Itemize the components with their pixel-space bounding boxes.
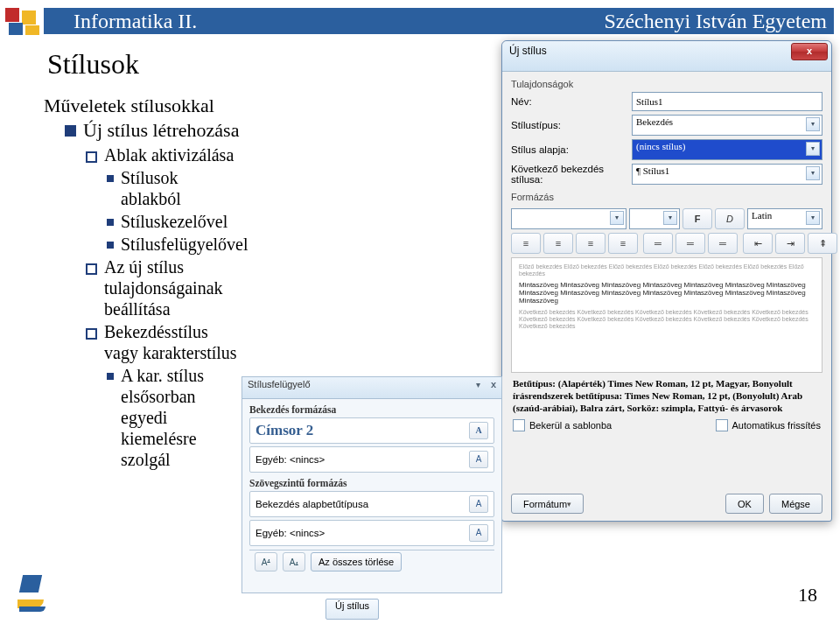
name-label: Név: (511, 96, 632, 107)
clear-all-button[interactable]: Az összes törlése (311, 552, 402, 571)
align-right-button[interactable]: ≡ (576, 233, 606, 254)
bullet-icon (65, 125, 76, 137)
line-spacing-2-button[interactable]: ═ (676, 233, 705, 254)
chevron-down-icon: ▾ (806, 211, 820, 225)
page-title: Stílusok (47, 48, 139, 81)
bullet-icon (86, 151, 97, 163)
chevron-down-icon: ▾ (610, 211, 624, 225)
bullet-icon (107, 242, 114, 249)
close-button[interactable]: x (791, 43, 828, 60)
text-formatting-label: Szövegszintű formázás (249, 478, 494, 488)
name-input[interactable] (632, 92, 822, 111)
character-style-box[interactable]: Bekezdés alapbetűtípusa A (249, 491, 494, 517)
bullet-icon (107, 175, 114, 182)
list-item-label: Stílusok ablakból (121, 167, 241, 209)
list-item: Bekezdésstílus vagy karakterstílus (86, 321, 241, 363)
paragraph-style-box[interactable]: Címsor 2 A (249, 417, 494, 444)
line-spacing-3-button[interactable]: ═ (708, 233, 738, 254)
ok-button[interactable]: OK (725, 494, 764, 514)
character-style-value: Bekezdés alapbetűtípusa (256, 499, 368, 509)
list-item: Új stílus létrehozása (65, 119, 241, 142)
close-icon: x (807, 46, 812, 56)
dialog-titlebar[interactable]: Új stílus x (502, 41, 831, 72)
page-number: 18 (798, 584, 817, 606)
auto-update-label: Automatikus frissítés (732, 420, 821, 431)
indent-increase-button[interactable]: ⇥ (775, 233, 805, 254)
reset-paragraph-other-icon[interactable]: A (469, 451, 488, 468)
list-item-label: Stílusfelügyelővel (121, 234, 248, 255)
sample-main: Mintaszöveg Mintaszöveg Mintaszöveg Mint… (519, 281, 815, 305)
paragraph-other-value: Egyéb: <nincs> (256, 454, 325, 465)
next-style-value: ¶ Stílus1 (636, 165, 669, 176)
cancel-button[interactable]: Mégse (769, 494, 822, 514)
align-left-button[interactable]: ≡ (511, 233, 541, 254)
next-style-label: Következő bekezdés stílusa: (511, 164, 632, 185)
pane-options-button[interactable]: ▾ (476, 380, 480, 389)
toolbar-new-style: Új stílus (326, 599, 379, 620)
bullet-icon (107, 373, 114, 380)
format-menu-button[interactable]: Formátum (511, 494, 584, 514)
paragraph-other-box[interactable]: Egyéb: <nincs> A (249, 446, 494, 473)
list-item: Stílusok ablakból (107, 167, 241, 209)
outline: Műveletek stílusokkal Új stílus létrehoz… (44, 95, 241, 472)
paragraph-formatting-label: Bekezdés formázása (249, 404, 494, 415)
header-decoration (0, 8, 40, 35)
list-item-label: Az új stílus tulajdonságainak beállítása (104, 256, 241, 319)
reset-character-style-icon[interactable]: A (469, 495, 488, 513)
dialog-new-style: Új stílus x Tulajdonságok Név: Stílustíp… (501, 40, 832, 522)
bullet-icon (107, 219, 114, 226)
character-other-box[interactable]: Egyéb: <nincs> A (249, 520, 494, 546)
list-item-label: A kar. stílus elsősorban egyedi kiemelés… (121, 365, 241, 470)
bullet-icon (86, 263, 97, 275)
group-formatting: Formázás (511, 190, 822, 205)
chevron-down-icon: ▾ (806, 142, 820, 156)
based-on-select[interactable]: (nincs stílus) ▾ (632, 139, 822, 160)
script-select[interactable]: Latin ▾ (747, 208, 822, 229)
type-select[interactable]: Bekezdés ▾ (632, 115, 822, 136)
list-item: Ablak aktivizálása (86, 144, 241, 165)
align-center-button[interactable]: ≡ (543, 233, 573, 254)
character-other-value: Egyéb: <nincs> (256, 528, 325, 538)
paragraph-toolbar: ≡ ≡ ≡ ≡ ═ ═ ═ ⇤ ⇥ ⇞ ⇟ (511, 233, 822, 254)
footer-logo (14, 575, 51, 612)
list-item-label: Bekezdésstílus vagy karakterstílus (104, 321, 241, 363)
type-value: Bekezdés (636, 116, 673, 127)
add-to-template-checkbox[interactable]: Bekerül a sablonba (513, 419, 612, 431)
list-item: Stílusfelügyelővel (107, 234, 241, 255)
paragraph-style-value: Címsor 2 (256, 422, 313, 439)
reset-character-other-icon[interactable]: A (469, 524, 488, 542)
next-style-select[interactable]: ¶ Stílus1 ▾ (632, 164, 822, 185)
pane-title-text: Stílusfelügyelő (248, 379, 311, 389)
header-bar: Informatika II. Széchenyi István Egyetem (44, 8, 834, 34)
sample-after: Következő bekezdés Következő bekezdés Kö… (519, 309, 815, 330)
new-style-icon[interactable]: A₄ (283, 552, 305, 571)
sample-before: Előző bekezdés Előző bekezdés Előző beke… (519, 263, 815, 277)
align-justify-button[interactable]: ≡ (608, 233, 638, 254)
group-properties: Tulajdonságok (511, 77, 822, 92)
add-to-template-label: Bekerül a sablonba (529, 420, 612, 431)
pane-close-button[interactable]: x (491, 379, 496, 389)
indent-decrease-button[interactable]: ⇤ (743, 233, 773, 254)
new-style-button[interactable]: Új stílus (326, 599, 379, 620)
pane-titlebar[interactable]: Stílusfelügyelő ▾ x (242, 377, 501, 399)
decrease-spacing-button[interactable]: ⇞ (808, 233, 837, 254)
chevron-down-icon: ▾ (806, 117, 820, 131)
italic-button[interactable]: D (715, 208, 745, 229)
inspector-toolbar: A⁴ A₄ Az összes törlése (249, 550, 494, 573)
list-item: A kar. stílus elsősorban egyedi kiemelés… (107, 365, 241, 470)
course-title: Informatika II. (74, 8, 197, 34)
styles-pane-icon[interactable]: A⁴ (255, 552, 277, 571)
line-spacing-1-button[interactable]: ═ (643, 233, 673, 254)
font-family-select[interactable]: ▾ (511, 208, 626, 229)
font-toolbar: ▾ ▾ F D Latin ▾ (511, 208, 822, 229)
bullet-icon (86, 328, 97, 340)
based-on-label: Stílus alapja: (511, 144, 632, 155)
university-name: Széchenyi István Egyetem (604, 8, 827, 34)
dialog-title-text: Új stílus (509, 45, 547, 57)
font-size-select[interactable]: ▾ (629, 208, 681, 229)
reset-paragraph-style-icon[interactable]: A (469, 422, 488, 439)
checkbox-box (716, 419, 728, 431)
list-item: Stíluskezelővel (107, 211, 241, 232)
auto-update-checkbox[interactable]: Automatikus frissítés (716, 419, 821, 431)
bold-button[interactable]: F (682, 208, 712, 229)
